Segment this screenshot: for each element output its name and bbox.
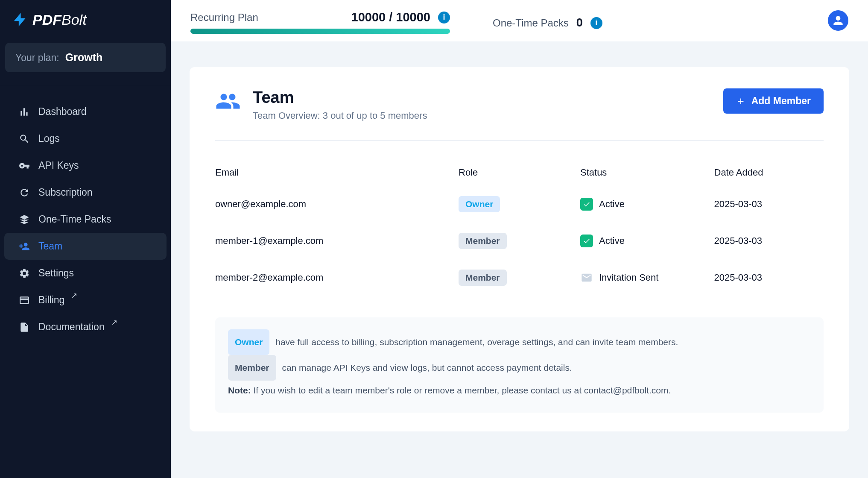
th-status: Status xyxy=(580,159,714,186)
role-badge: Owner xyxy=(459,196,500,212)
th-date: Date Added xyxy=(714,159,824,186)
plus-icon xyxy=(736,97,745,106)
bar-chart-icon xyxy=(19,106,30,117)
team-table: Email Role Status Date Added owner@examp… xyxy=(215,159,824,296)
table-row: member-1@example.comMemberActive2025-03-… xyxy=(215,223,824,259)
bolt-icon xyxy=(12,10,28,29)
sidebar-item-documentation[interactable]: Documentation xyxy=(4,314,167,340)
team-add-icon xyxy=(19,241,30,252)
topbar: Recurring Plan 10000 / 10000 i One-Time … xyxy=(171,0,868,41)
table-row: member-2@example.comMemberInvitation Sen… xyxy=(215,259,824,296)
cell-email: member-2@example.com xyxy=(215,259,459,296)
cell-date: 2025-03-03 xyxy=(714,259,824,296)
mail-icon xyxy=(580,271,593,284)
recurring-plan-metric: Recurring Plan 10000 / 10000 i xyxy=(190,10,450,34)
footer-note: Owner have full access to billing, subsc… xyxy=(215,317,824,413)
refresh-icon xyxy=(19,187,30,198)
owner-badge: Owner xyxy=(228,329,269,355)
key-icon xyxy=(19,160,30,171)
page-title: Team xyxy=(253,88,427,107)
cell-email: member-1@example.com xyxy=(215,223,459,259)
add-member-button[interactable]: Add Member xyxy=(723,88,824,114)
external-link-icon xyxy=(110,320,117,327)
th-email: Email xyxy=(215,159,459,186)
cell-email: owner@example.com xyxy=(215,186,459,223)
gear-icon xyxy=(19,268,30,279)
sidebar-item-dashboard[interactable]: Dashboard xyxy=(4,98,167,125)
progress-bar xyxy=(190,29,450,34)
document-icon xyxy=(19,322,30,333)
sidebar: PDFBolt Your plan: Growth Dashboard Logs… xyxy=(0,0,171,478)
member-badge: Member xyxy=(228,355,276,381)
card-icon xyxy=(19,295,30,306)
one-time-packs-metric: One-Time Packs 0 i xyxy=(493,16,602,29)
role-badge: Member xyxy=(459,270,507,286)
sidebar-item-team[interactable]: Team xyxy=(4,233,167,260)
avatar[interactable] xyxy=(828,10,848,31)
sidebar-item-api-keys[interactable]: API Keys xyxy=(4,152,167,179)
cell-status: Invitation Sent xyxy=(580,259,714,296)
card-header: Team Team Overview: 3 out of up to 5 mem… xyxy=(215,88,824,141)
page-subtitle: Team Overview: 3 out of up to 5 members xyxy=(253,110,427,121)
sidebar-item-billing[interactable]: Billing xyxy=(4,287,167,314)
sidebar-item-settings[interactable]: Settings xyxy=(4,260,167,287)
cell-status: Active xyxy=(580,223,714,259)
role-badge: Member xyxy=(459,233,507,249)
external-link-icon xyxy=(70,293,77,300)
plan-badge: Your plan: Growth xyxy=(5,43,166,72)
cell-status: Active xyxy=(580,186,714,223)
cell-role: Member xyxy=(459,223,580,259)
content: Team Team Overview: 3 out of up to 5 mem… xyxy=(171,41,868,457)
cell-role: Owner xyxy=(459,186,580,223)
sidebar-item-subscription[interactable]: Subscription xyxy=(4,179,167,206)
logo[interactable]: PDFBolt xyxy=(0,10,171,43)
check-icon xyxy=(580,235,593,247)
table-row: owner@example.comOwnerActive2025-03-03 xyxy=(215,186,824,223)
team-card: Team Team Overview: 3 out of up to 5 mem… xyxy=(190,67,849,431)
check-icon xyxy=(580,198,593,211)
th-role: Role xyxy=(459,159,580,186)
team-icon xyxy=(215,88,241,114)
cell-date: 2025-03-03 xyxy=(714,186,824,223)
layers-icon xyxy=(19,214,30,225)
cell-date: 2025-03-03 xyxy=(714,223,824,259)
sidebar-item-logs[interactable]: Logs xyxy=(4,125,167,152)
cell-role: Member xyxy=(459,259,580,296)
nav: Dashboard Logs API Keys Subscription One… xyxy=(0,86,171,340)
main: Recurring Plan 10000 / 10000 i One-Time … xyxy=(171,0,868,478)
info-icon[interactable]: i xyxy=(438,12,450,23)
info-icon[interactable]: i xyxy=(590,17,602,29)
sidebar-item-one-time-packs[interactable]: One-Time Packs xyxy=(4,206,167,233)
user-icon xyxy=(831,14,845,27)
search-icon xyxy=(19,133,30,144)
